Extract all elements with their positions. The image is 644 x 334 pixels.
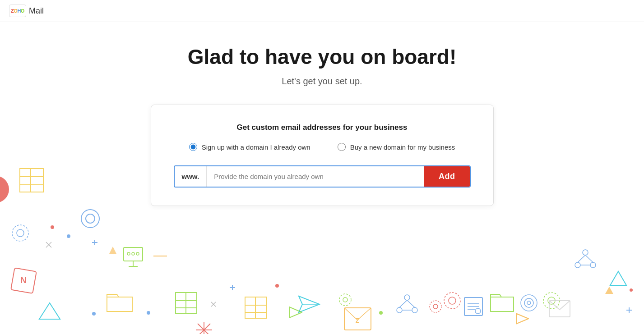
svg-point-42 [449, 297, 456, 304]
svg-text:N: N [21, 276, 27, 285]
svg-point-72 [430, 301, 441, 312]
svg-point-48 [521, 295, 537, 311]
svg-line-58 [211, 302, 216, 307]
svg-line-9 [46, 242, 51, 247]
deco-blue-dot [67, 234, 70, 238]
deco-x-2 [210, 301, 217, 307]
svg-line-66 [585, 255, 593, 262]
deco-blue-dot-3 [147, 311, 150, 315]
deco-concentric-circles [519, 293, 539, 313]
svg-point-37 [412, 307, 417, 313]
deco-paper-plane [298, 295, 320, 313]
svg-line-38 [399, 300, 407, 307]
deco-red-gear [426, 297, 445, 316]
deco-green-table [174, 291, 199, 316]
svg-rect-31 [344, 308, 371, 330]
radio-new-domain[interactable] [338, 143, 346, 151]
logo-o2: O [21, 8, 24, 14]
svg-line-39 [407, 300, 415, 307]
deco-play-triangle [289, 307, 302, 318]
deco-report-icon [462, 295, 485, 318]
deco-play-triangle-2 [516, 313, 529, 325]
deco-orange-line [153, 255, 167, 257]
svg-point-7 [17, 229, 24, 237]
svg-line-59 [211, 302, 216, 307]
logo-h: H [17, 8, 20, 14]
deco-plus-3 [625, 307, 633, 314]
svg-point-41 [444, 293, 460, 309]
svg-marker-74 [289, 307, 302, 318]
setup-card: Get custom email addresses for your busi… [151, 105, 494, 206]
deco-n-diamond: N [9, 266, 38, 295]
svg-line-32 [344, 308, 357, 320]
deco-cyan-tri-2 [609, 270, 627, 286]
radio-own-domain-label: Sign up with a domain I already own [202, 143, 310, 151]
svg-point-63 [575, 262, 580, 268]
main-content: Glad to have you on board! Let's get you… [0, 22, 644, 206]
svg-rect-53 [549, 301, 570, 317]
svg-line-79 [198, 324, 210, 334]
deco-gear-blue [8, 221, 33, 246]
deco-pink-gear [440, 288, 465, 313]
deco-mail-icon [548, 300, 571, 318]
deco-red-cross [195, 321, 213, 334]
domain-input[interactable] [207, 166, 424, 187]
domain-radio-group: Sign up with a domain I already own Buy … [174, 143, 471, 151]
deco-green-gear-2 [539, 288, 564, 313]
domain-input-row: www. Add [174, 165, 471, 188]
svg-line-8 [46, 242, 51, 247]
svg-marker-75 [517, 314, 528, 324]
deco-green-folder [490, 291, 514, 313]
page-headline: Glad to have you on board! [188, 45, 456, 69]
radio-option-new-domain[interactable]: Buy a new domain for my business [338, 143, 455, 151]
deco-cyan-triangle [38, 302, 61, 320]
deco-blue-dot-2 [92, 312, 96, 316]
deco-red-dot [51, 225, 54, 229]
deco-z-envelope: Z [343, 307, 372, 331]
svg-point-35 [404, 295, 410, 300]
radio-own-domain[interactable] [189, 143, 197, 151]
svg-point-18 [136, 252, 139, 255]
deco-green-dot [379, 311, 383, 315]
deco-red-dot-3 [630, 288, 633, 292]
svg-rect-68 [245, 297, 266, 318]
deco-plus-2 [229, 284, 236, 291]
deco-green-gear [336, 291, 354, 309]
svg-marker-12 [109, 247, 116, 254]
svg-point-16 [127, 252, 130, 255]
svg-point-50 [527, 301, 531, 305]
svg-point-52 [548, 297, 555, 304]
app-name: Mail [29, 6, 44, 16]
header: ZOHO Mail [0, 0, 644, 22]
svg-point-5 [86, 214, 95, 223]
add-button[interactable]: Add [424, 166, 470, 187]
deco-blue-circle [79, 207, 102, 230]
svg-point-29 [339, 294, 351, 306]
svg-point-36 [397, 307, 402, 313]
svg-rect-23 [176, 293, 197, 314]
svg-marker-27 [299, 296, 320, 312]
deco-plus-1 [91, 239, 98, 246]
deco-network-circles [395, 293, 420, 318]
svg-point-6 [12, 225, 28, 241]
card-title: Get custom email addresses for your busi… [174, 123, 471, 132]
radio-option-own-domain[interactable]: Sign up with a domain I already own [189, 143, 310, 151]
deco-yellow-folder [106, 291, 133, 313]
svg-point-62 [583, 250, 588, 255]
deco-orange-triangle [108, 246, 117, 255]
deco-network-2 [573, 248, 598, 273]
deco-orange-tri-2 [605, 286, 614, 294]
svg-rect-13 [124, 247, 143, 261]
svg-text:Z: Z [356, 317, 360, 324]
svg-point-30 [343, 297, 347, 302]
zoho-logo-icon: ZOHO [9, 5, 26, 17]
svg-point-47 [475, 308, 481, 314]
svg-line-78 [198, 324, 210, 334]
svg-point-73 [433, 304, 438, 309]
svg-line-65 [578, 255, 585, 262]
svg-point-17 [132, 252, 134, 255]
svg-marker-61 [610, 271, 626, 285]
svg-marker-60 [605, 287, 613, 294]
svg-rect-20 [11, 268, 37, 293]
logo-o: O [14, 8, 17, 14]
